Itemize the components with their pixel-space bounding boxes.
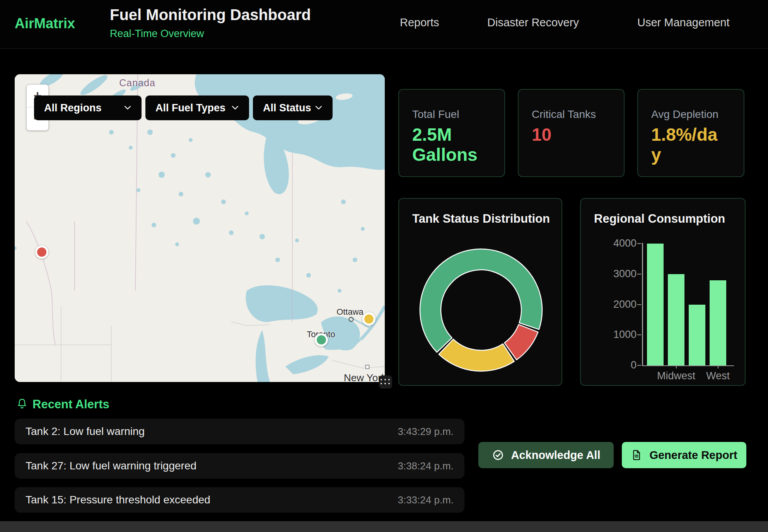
recent-alerts-title: Recent Alerts: [32, 397, 109, 411]
status-filter-label: All Status: [263, 102, 311, 114]
check-circle-icon: [492, 449, 504, 461]
bar-Midwest: [668, 274, 684, 365]
y-tick-label: 0: [598, 359, 637, 371]
alert-row: Tank 15: Pressure threshold exceeded 3:3…: [15, 487, 464, 513]
stat-label: Total Fuel: [412, 108, 459, 121]
bar-region-1: [647, 244, 664, 365]
chevron-down-icon: [231, 106, 239, 110]
bell-icon: [15, 397, 29, 411]
bar-region-3: [689, 305, 705, 366]
stat-value: 10: [532, 124, 603, 145]
nav-reports[interactable]: Reports: [400, 16, 439, 29]
chevron-down-icon: [315, 106, 323, 110]
nav-user-management[interactable]: User Management: [637, 16, 730, 29]
y-tick-label: 4000: [598, 237, 637, 249]
donut-segment-warning: [439, 339, 514, 371]
map-resize-handle[interactable]: [379, 375, 392, 389]
regional-consumption-card: Regional Consumption 01000200030004000Mi…: [580, 198, 746, 386]
stat-label: Critical Tanks: [532, 108, 596, 121]
ottawa-town-dot: [349, 317, 354, 322]
warning-tank-marker[interactable]: [362, 312, 375, 326]
header: AirMatrix Fuel Monitoring Dashboard Real…: [0, 0, 768, 49]
page-subtitle: Real-Time Overview: [110, 28, 204, 40]
acknowledge-all-label: Acknowledge All: [511, 449, 601, 462]
alert-time: 3:33:24 p.m.: [398, 494, 454, 506]
y-tick-label: 3000: [598, 268, 637, 280]
y-tick-mark: [637, 243, 641, 244]
tank-status-distribution-card: Tank Status Distribution: [398, 198, 562, 386]
normal-tank-marker[interactable]: [315, 333, 328, 346]
x-tick-label: West: [691, 370, 745, 382]
new-york-dot: [365, 365, 370, 369]
alert-time: 3:38:24 p.m.: [398, 460, 454, 472]
map-label-canada: Canada: [119, 77, 155, 89]
generate-report-button[interactable]: Generate Report: [622, 442, 746, 468]
y-tick-mark: [637, 334, 641, 335]
stat-card-avg-depletion: Avg Depletion 1.8%/day: [637, 89, 744, 177]
y-tick-mark: [637, 365, 641, 366]
regions-filter-label: All Regions: [44, 102, 102, 114]
alert-text: Tank 2: Low fuel warning: [26, 425, 145, 438]
alert-text: Tank 27: Low fuel warning triggered: [26, 460, 196, 472]
chevron-down-icon: [124, 106, 131, 110]
regions-filter-dropdown[interactable]: All Regions: [34, 95, 142, 120]
map-panel[interactable]: Canada Ottawa Toronto New York: [15, 74, 385, 382]
file-text-icon: [631, 449, 642, 461]
regional-consumption-bar-chart: 01000200030004000MidwestWest: [581, 199, 746, 387]
y-tick-label: 1000: [598, 329, 637, 341]
x-axis: [642, 365, 734, 366]
stat-card-critical-tanks: Critical Tanks 10: [518, 89, 625, 177]
stat-label: Avg Depletion: [651, 108, 719, 121]
alert-row: Tank 2: Low fuel warning 3:43:29 p.m.: [15, 419, 464, 444]
fuel-types-filter-dropdown[interactable]: All Fuel Types: [145, 95, 249, 120]
stat-value: 2.5M Gallons: [412, 124, 484, 165]
y-tick-label: 2000: [598, 298, 637, 310]
map-label-ottawa: Ottawa: [336, 307, 364, 317]
acknowledge-all-button[interactable]: Acknowledge All: [478, 442, 614, 468]
bottom-bar: [0, 521, 768, 532]
generate-report-label: Generate Report: [649, 449, 737, 462]
y-axis: [642, 243, 643, 366]
nav-disaster-recovery[interactable]: Disaster Recovery: [487, 16, 579, 29]
alert-row: Tank 27: Low fuel warning triggered 3:38…: [15, 453, 464, 479]
x-tick-mark: [676, 365, 677, 368]
fuel-types-filter-label: All Fuel Types: [155, 102, 225, 114]
y-tick-mark: [637, 304, 641, 305]
page-title: Fuel Monitoring Dashboard: [110, 6, 311, 24]
tank-status-donut-chart: [415, 244, 547, 376]
fuel-monitoring-dashboard: AirMatrix Fuel Monitoring Dashboard Real…: [0, 0, 768, 532]
alert-text: Tank 15: Pressure threshold exceeded: [26, 494, 210, 506]
status-filter-dropdown[interactable]: All Status: [253, 95, 333, 120]
critical-tank-marker[interactable]: [35, 246, 48, 259]
alert-time: 3:43:29 p.m.: [398, 426, 454, 438]
y-tick-mark: [637, 274, 641, 275]
x-tick-mark: [718, 365, 719, 368]
bar-West: [710, 280, 726, 366]
stat-card-total-fuel: Total Fuel 2.5M Gallons: [398, 89, 505, 177]
stat-value: 1.8%/day: [651, 124, 723, 165]
brand-logo[interactable]: AirMatrix: [15, 15, 75, 32]
donut-chart-title: Tank Status Distribution: [412, 212, 550, 226]
